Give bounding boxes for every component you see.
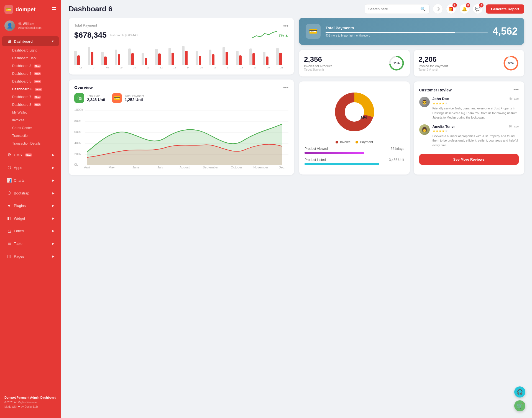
product-listed-label: Product Listed: [305, 158, 326, 162]
bar-group-5: [142, 53, 154, 65]
legend-invoice: Invoice: [336, 140, 351, 144]
sidebar-item-dashboard-7[interactable]: Dashboard 7New: [2, 93, 59, 101]
logo-icon: 💳: [4, 5, 13, 14]
sidebar-item-bootstrap[interactable]: ⬡ Bootstrap ▶: [2, 188, 59, 198]
forms-label: Forms: [14, 229, 24, 233]
sidebar-item-dashboard-3[interactable]: Dashboard 3New: [2, 62, 59, 70]
chat-button[interactable]: 💬 5: [473, 4, 483, 14]
widget-icon: ◧: [7, 216, 12, 221]
bar-red-10: [212, 54, 214, 65]
svg-text:July: July: [157, 166, 163, 168]
svg-text:November: November: [253, 166, 268, 168]
sidebar-item-dashboard-dark[interactable]: Dashboard Dark: [2, 54, 59, 62]
sidebar-item-transaction-details[interactable]: Transaction Details: [2, 140, 59, 147]
sidebar-item-dashboard[interactable]: ⊞ Dashboard ▼: [2, 36, 59, 46]
blue-card-title: Total Payments: [326, 26, 488, 30]
hamburger-button[interactable]: ☰: [52, 6, 57, 13]
cms-label: CMS: [14, 153, 22, 157]
see-more-reviews-button[interactable]: See More Reviews: [419, 154, 519, 165]
content-right: 💳 Total Payments 431 more to break last …: [299, 18, 524, 175]
cart-fab[interactable]: 🛒: [514, 400, 525, 411]
review-menu-dots[interactable]: •••: [513, 87, 519, 93]
sidebar-item-my-wallet[interactable]: My Wallet: [2, 109, 59, 116]
sidebar-item-transaction[interactable]: Transaction: [2, 132, 59, 140]
card-menu-dots[interactable]: •••: [283, 23, 288, 29]
bar-gray-13: [249, 48, 252, 65]
bar-red-0: [77, 55, 80, 65]
sidebar-item-pages[interactable]: ◫ Pages ▶: [2, 251, 59, 261]
chevron-right-icon-widget: ▶: [52, 217, 54, 220]
bar-chart: 06 07 08 09 10 11 12 13 14 15 16 17: [74, 44, 288, 69]
sidebar-item-dashboard-5[interactable]: Dashboard 5New: [2, 78, 59, 85]
review-text-2: I viewed a number of properties with Jus…: [433, 134, 519, 148]
search-box[interactable]: 🔍: [365, 4, 429, 14]
total-payment-label: Total Payment: [74, 23, 97, 27]
bar-gray-12: [236, 51, 239, 65]
blue-card-icon: 💳: [306, 24, 321, 39]
sidebar-item-charts[interactable]: 📊 Charts ▶: [2, 175, 59, 185]
sidebar-item-dashboard-6[interactable]: Dashboard 6New: [2, 85, 59, 93]
user-name: William: [23, 22, 34, 26]
sidebar-item-widget[interactable]: ◧ Widget ▶: [2, 213, 59, 223]
sidebar-item-dashboard-light[interactable]: Dashboard Light: [2, 47, 59, 54]
bell-icon: 🔔: [462, 6, 467, 12]
bell-button[interactable]: 🔔 12: [459, 4, 469, 14]
chevron-down-icon: ▼: [51, 40, 54, 43]
invoice-product-target: Target 3k/month: [304, 68, 384, 71]
sidebar-item-dashboard-4[interactable]: Dashboard 4New: [2, 70, 59, 78]
sidebar-item-plugins[interactable]: ♥ Plugins ▶: [2, 201, 59, 211]
dashboard-section: ⊞ Dashboard ▼ Dashboard Light Dashboard …: [0, 35, 61, 148]
total-sale-value: 2,346 Unit: [87, 98, 105, 102]
user-info: Hi, William william@gmail.com: [18, 22, 42, 30]
charts-label: Charts: [14, 178, 24, 183]
sidebar-footer: Dompet Payment Admin Dashboard © 2023 Al…: [0, 391, 61, 414]
dashboard-submenu: Dashboard Light Dashboard Dark Dashboard…: [0, 47, 61, 147]
generate-report-button[interactable]: Generate Report: [486, 4, 524, 14]
sidebar-item-invoices[interactable]: Invoices: [2, 116, 59, 124]
reviewer-info-2: Amelia Tuner 10h ago ★★★★★ I viewed a nu…: [433, 124, 519, 148]
svg-text:April: April: [84, 166, 90, 168]
bar-red-11: [226, 52, 228, 65]
sidebar-item-dashboard-8[interactable]: Dashboard 8New: [2, 101, 59, 109]
pages-label: Pages: [14, 254, 24, 258]
review-item-1: 👨 John Doe 5m ago ★★★★★ Friendly service…: [419, 97, 519, 120]
apps-label: Apps: [14, 166, 22, 170]
forms-section: 🖨 Forms ▶: [0, 225, 61, 237]
table-label: Table: [14, 242, 22, 246]
overview-menu-dots[interactable]: •••: [283, 85, 288, 91]
total-payment-stat-label: Total Payment: [125, 94, 144, 98]
theme-toggle-button[interactable]: ☽: [433, 4, 443, 14]
product-viewed-value: 561/days: [391, 147, 404, 151]
sidebar-item-apps[interactable]: ⬡ Apps ▶: [2, 163, 59, 173]
svg-text:62%: 62%: [348, 111, 356, 115]
sidebar-item-cms[interactable]: ⚙ CMS New ▶: [2, 150, 59, 160]
support-fab[interactable]: 🎧: [514, 386, 525, 398]
app-logo: 💳 dompet: [4, 5, 35, 14]
bar-group-9: [196, 51, 208, 65]
bar-gray-2: [101, 52, 104, 65]
pie-card: 62% 38% Invoice Payment: [299, 81, 410, 175]
sidebar-item-cards-center[interactable]: Cards Center: [2, 124, 59, 132]
bar-red-15: [279, 53, 282, 65]
search-input[interactable]: [368, 7, 418, 11]
product-viewed-label: Product Viewed: [305, 147, 328, 151]
app-name: dompet: [16, 6, 35, 13]
avatar-img: 👤: [4, 20, 15, 31]
sidebar-item-forms[interactable]: 🖨 Forms ▶: [2, 226, 59, 236]
chat-badge: 5: [479, 3, 484, 7]
svg-text:October: October: [231, 166, 242, 168]
reviewer-name-2: Amelia Tuner: [433, 124, 455, 129]
plugins-icon: ♥: [7, 203, 12, 208]
bar-group-6: [155, 49, 167, 65]
gift-button[interactable]: 🎁 2: [446, 4, 456, 14]
blue-total-payments-card: 💳 Total Payments 431 more to break last …: [299, 18, 524, 45]
bar-red-5: [145, 58, 147, 65]
reviewer-avatar-2: 👩: [419, 124, 430, 135]
bar-gray-15: [276, 48, 279, 65]
footer-copy: © 2023 All Rights Reserved: [4, 400, 57, 405]
svg-text:71%: 71%: [393, 61, 399, 65]
sidebar-item-table[interactable]: ☰ Table ▶: [2, 239, 59, 248]
bar-gray-0: [74, 51, 77, 65]
invoice-payment-target: Target 3k/month: [419, 68, 499, 71]
user-profile: 👤 Hi, William william@gmail.com: [0, 18, 61, 35]
